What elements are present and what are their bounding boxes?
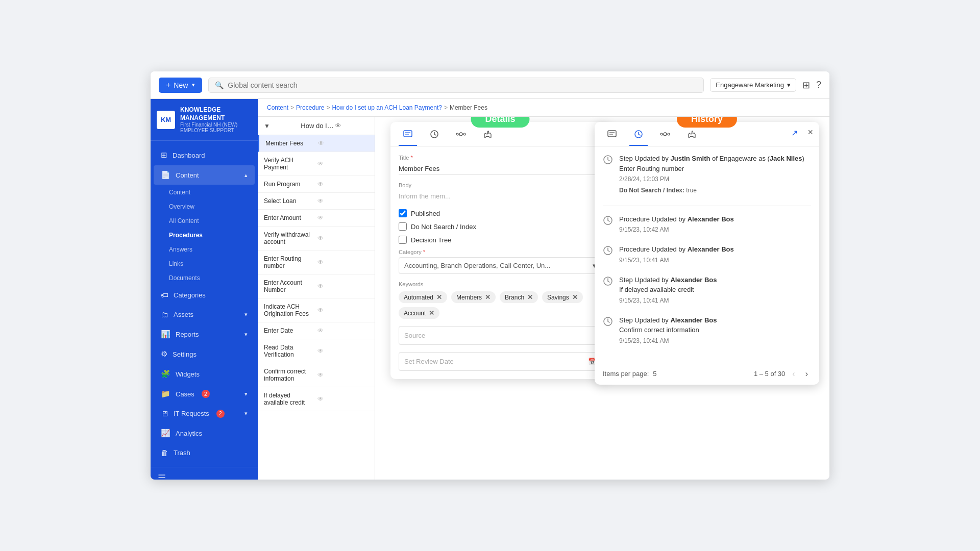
proc-item-label: Enter Amount xyxy=(264,214,315,221)
sidebar-sub-item-links[interactable]: Links xyxy=(151,257,258,271)
proc-item-ach-fees[interactable]: Indicate ACH Origination Fees 👁 xyxy=(258,298,375,322)
sidebar-item-settings[interactable]: ⚙ Settings xyxy=(154,344,255,364)
tab-like-icon[interactable] xyxy=(478,126,497,146)
sidebar-item-analytics[interactable]: 📈 Analytics xyxy=(154,423,255,443)
breadcrumb-current: Member Fees xyxy=(450,104,487,111)
svg-point-13 xyxy=(664,133,667,136)
breadcrumb-ach[interactable]: How do I set up an ACH Loan Payment? xyxy=(332,104,442,111)
proc-item-run-program[interactable]: Run Program 👁 xyxy=(258,176,375,193)
sidebar-item-label: Cases xyxy=(176,390,194,398)
keyword-remove-icon[interactable]: ✕ xyxy=(485,293,491,301)
proc-item-confirm[interactable]: Confirm correct information 👁 xyxy=(258,363,375,387)
sidebar-item-assets[interactable]: 🗂 Assets ▾ xyxy=(154,305,255,324)
sidebar-item-dashboard[interactable]: ⊞ Dashboard xyxy=(154,145,255,165)
grid-icon[interactable]: ⊞ xyxy=(802,80,810,91)
widgets-icon: 🧩 xyxy=(161,369,170,379)
tab-share-icon[interactable] xyxy=(656,126,674,146)
published-checkbox[interactable] xyxy=(399,209,407,217)
source-field[interactable]: Source xyxy=(399,326,602,345)
proc-item-delayed-credit[interactable]: If delayed available credit 👁 xyxy=(258,387,375,411)
proc-item-select-loan[interactable]: Select Loan 👁 xyxy=(258,193,375,210)
clock-icon xyxy=(603,215,613,235)
proc-item-data-verification[interactable]: Read Data Verification 👁 xyxy=(258,339,375,363)
sidebar-sub-item-allcontent[interactable]: All Content xyxy=(151,214,258,228)
history-tab-label[interactable]: History xyxy=(677,117,737,128)
expand-icon[interactable]: ▼ xyxy=(264,122,298,130)
proc-item-routing[interactable]: Enter Routing number 👁 xyxy=(258,251,375,274)
sidebar-item-cases[interactable]: 📁 Cases 2 ▾ xyxy=(154,384,255,404)
svg-rect-0 xyxy=(404,131,412,137)
proc-item-enter-amount[interactable]: Enter Amount 👁 xyxy=(258,210,375,227)
sidebar-sub-item-content[interactable]: Content xyxy=(151,185,258,199)
sidebar-sub-item-answers[interactable]: Answers xyxy=(151,242,258,257)
title-field-group: Title * xyxy=(399,155,602,175)
proc-item-label: Indicate ACH Origination Fees xyxy=(264,303,315,317)
details-tab-label[interactable]: Details xyxy=(471,117,529,128)
eye-icon[interactable]: 👁 xyxy=(335,122,369,130)
sidebar-sub-item-procedures[interactable]: Procedures xyxy=(151,228,258,242)
sidebar-item-categories[interactable]: 🏷 Categories xyxy=(154,286,255,305)
keyword-remove-icon[interactable]: ✕ xyxy=(572,293,578,301)
tab-content-icon[interactable] xyxy=(399,126,417,146)
category-label: Category * xyxy=(399,249,602,255)
sidebar-item-trash[interactable]: 🗑 Trash xyxy=(154,443,255,462)
no-search-checkbox[interactable] xyxy=(399,222,407,231)
sidebar-item-reports[interactable]: 📊 Reports ▾ xyxy=(154,324,255,344)
proc-item-verify-withdrawal[interactable]: Verify withdrawal account 👁 xyxy=(258,227,375,251)
title-input[interactable] xyxy=(399,163,602,175)
keyword-remove-icon[interactable]: ✕ xyxy=(527,293,533,301)
breadcrumb-content[interactable]: Content xyxy=(267,104,288,111)
tab-content-icon[interactable] xyxy=(603,126,621,146)
details-panel: Details × xyxy=(375,117,829,480)
tab-like-icon[interactable] xyxy=(682,126,701,146)
tab-history-icon[interactable] xyxy=(425,126,444,146)
eye-icon: 👁 xyxy=(317,197,369,205)
tab-history-icon[interactable] xyxy=(629,126,648,146)
hamburger-icon[interactable]: ☰ xyxy=(158,473,166,480)
trash-icon: 🗑 xyxy=(161,448,168,457)
keyword-remove-icon[interactable]: ✕ xyxy=(436,293,442,301)
new-label: New xyxy=(174,81,188,89)
decision-tree-checkbox[interactable] xyxy=(399,236,407,244)
proc-item-label: Read Data Verification xyxy=(264,344,315,358)
title-label: Title * xyxy=(399,155,602,161)
proc-list-header: ▼ How do I set up an ACH Loan... 👁 xyxy=(258,117,375,135)
sidebar-item-content[interactable]: 📄 Content ▴ xyxy=(154,165,255,185)
keywords-label: Keywords xyxy=(399,281,602,287)
history-external-link-icon[interactable]: ↗ xyxy=(791,128,798,138)
history-entry-4: Step Updated by Alexander Bos If delayed… xyxy=(603,275,811,305)
sidebar-item-widgets[interactable]: 🧩 Widgets xyxy=(154,364,255,384)
breadcrumb-sep: > xyxy=(290,104,294,111)
proc-item-member-fees[interactable]: Member Fees 👁 xyxy=(258,135,375,152)
history-text-4: Step Updated by Alexander Bos xyxy=(619,275,811,285)
body-field-group: Body Inform the mem... xyxy=(399,182,602,202)
review-date-field[interactable]: Set Review Date 📅 xyxy=(399,352,602,371)
search-input[interactable] xyxy=(228,81,697,89)
sidebar-sub-item-documents[interactable]: Documents xyxy=(151,271,258,285)
proc-item-enter-date[interactable]: Enter Date 👁 xyxy=(258,322,375,339)
sidebar-item-label: Reports xyxy=(176,331,199,338)
body-value[interactable]: Inform the mem... xyxy=(399,190,602,202)
published-label: Published xyxy=(411,210,440,217)
category-select[interactable]: Accounting, Branch Operations, Call Cent… xyxy=(399,257,602,274)
proc-item-account-number[interactable]: Enter Account Number 👁 xyxy=(258,274,375,298)
proc-item-verify-ach[interactable]: Verify ACH Payment 👁 xyxy=(258,152,375,176)
history-close-button[interactable]: × xyxy=(807,127,813,138)
help-icon[interactable]: ? xyxy=(816,80,821,90)
sidebar-item-itrequests[interactable]: 🖥 IT Requests 2 ▾ xyxy=(154,404,255,423)
tab-share-icon[interactable] xyxy=(452,126,470,146)
assets-icon: 🗂 xyxy=(161,310,168,319)
new-button[interactable]: + New ▾ xyxy=(159,78,202,93)
keyword-label: Account xyxy=(404,310,426,317)
prev-page-button[interactable]: ‹ xyxy=(789,368,798,380)
keyword-remove-icon[interactable]: ✕ xyxy=(429,309,434,317)
breadcrumb-procedure[interactable]: Procedure xyxy=(296,104,324,111)
search-bar: 🔍 xyxy=(208,78,704,93)
main-content: Content > Procedure > How do I set up an… xyxy=(258,99,829,480)
next-page-button[interactable]: › xyxy=(802,368,811,380)
sidebar-item-label: Trash xyxy=(174,449,190,457)
org-dropdown[interactable]: Engageware Marketing ▾ xyxy=(710,78,796,92)
history-entry-5: Step Updated by Alexander Bos Confirm co… xyxy=(603,315,811,345)
eye-icon: 👁 xyxy=(317,259,369,266)
sidebar-sub-item-overview[interactable]: Overview xyxy=(151,199,258,214)
